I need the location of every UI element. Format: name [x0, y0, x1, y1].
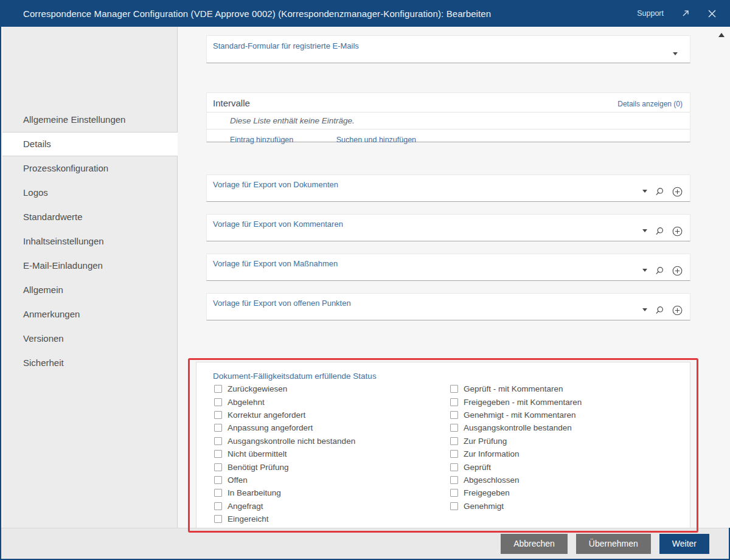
status-checkbox-row[interactable]: Freigegeben — [450, 486, 582, 499]
search-and-add-link[interactable]: Suchen und hinzufügen — [336, 136, 416, 144]
checkbox[interactable] — [214, 424, 222, 432]
status-checkbox-row[interactable]: Geprüft - mit Kommentaren — [450, 382, 582, 395]
status-checkbox-row[interactable]: Anpassung angefordert — [214, 421, 355, 434]
status-checkbox-row[interactable]: Freigegeben - mit Kommentaren — [450, 395, 582, 408]
add-circle-icon[interactable] — [672, 187, 683, 197]
dialog-title: Correspondence Manager Configuration (VD… — [23, 9, 491, 19]
checkbox[interactable] — [214, 450, 222, 458]
intervalle-header: Intervalle Details anzeigen (0) — [207, 93, 690, 112]
intervalle-title: Intervalle — [213, 98, 250, 108]
checkbox[interactable] — [450, 450, 458, 458]
checkbox-label: Freigegeben — [464, 488, 510, 497]
checkbox-label: Anpassung angefordert — [228, 423, 313, 432]
sidebar-item[interactable]: Logos — [2, 181, 177, 205]
checkbox[interactable] — [450, 476, 458, 484]
sidebar-item[interactable]: Allgemein — [2, 278, 177, 302]
export-template-field[interactable]: Vorlage für Export von offenen Punkten — [206, 293, 690, 320]
sidebar-item[interactable]: E-Mail-Einladungen — [2, 254, 177, 278]
checkbox[interactable] — [214, 515, 222, 523]
status-checkbox-row[interactable]: Angefragt — [214, 500, 355, 513]
status-checkbox-row[interactable]: Nicht übermittelt — [214, 448, 355, 460]
search-icon[interactable] — [655, 187, 664, 196]
dropdown-caret-icon[interactable] — [673, 52, 678, 55]
sidebar-item[interactable]: Inhaltseinstellungen — [2, 229, 177, 254]
checkbox-label: Genehmigt — [464, 502, 504, 511]
checkbox[interactable] — [450, 411, 458, 419]
sidebar-item[interactable]: Allgemeine Einstellungen — [2, 108, 177, 132]
standard-form-dropdown[interactable]: Standard-Formular für registrierte E-Mai… — [206, 35, 690, 63]
checkbox[interactable] — [214, 489, 222, 497]
checkbox[interactable] — [214, 411, 222, 419]
add-entry-link[interactable]: Eintrag hinzufügen — [230, 136, 293, 144]
export-template-field[interactable]: Vorlage für Export von Kommentaren — [206, 214, 690, 241]
status-checkbox-row[interactable]: Genehmigt - mit Kommentaren — [450, 409, 582, 421]
sidebar-item[interactable]: Anmerkungen — [2, 302, 177, 327]
add-circle-icon[interactable] — [672, 305, 683, 316]
export-template-field[interactable]: Vorlage für Export von Maßnahmen — [206, 254, 690, 281]
field-action-icons — [642, 305, 683, 316]
status-checkbox-row[interactable]: Offen — [214, 474, 355, 486]
checkbox[interactable] — [214, 385, 222, 393]
status-checkbox-row[interactable]: Ausgangskontrolle nicht bestanden — [214, 435, 355, 448]
cancel-button[interactable]: Abbrechen — [501, 534, 568, 554]
dropdown-caret-icon[interactable] — [642, 308, 647, 311]
sidebar-item[interactable]: Sicherheit — [2, 351, 177, 375]
checkbox-label: Zurückgewiesen — [228, 384, 287, 393]
status-checkbox-row[interactable]: Zur Information — [450, 448, 582, 460]
status-checkbox-row[interactable]: Zurückgewiesen — [214, 382, 355, 395]
expand-icon[interactable] — [681, 9, 690, 18]
status-checkbox-row[interactable]: Benötigt Prüfung — [214, 460, 355, 473]
sidebar-item[interactable]: Standardwerte — [2, 205, 177, 229]
checkbox[interactable] — [214, 463, 222, 471]
status-checkbox-row[interactable]: Genehmigt — [450, 500, 582, 513]
checkbox[interactable] — [214, 398, 222, 406]
support-link[interactable]: Support — [637, 9, 664, 18]
checkbox[interactable] — [214, 476, 222, 484]
add-circle-icon[interactable] — [672, 226, 683, 237]
dropdown-caret-icon[interactable] — [642, 190, 647, 193]
status-checkbox-row[interactable]: Eingereicht — [214, 513, 355, 525]
status-checkbox-row[interactable]: Geprüft — [450, 460, 582, 473]
search-icon[interactable] — [655, 227, 664, 236]
search-icon[interactable] — [655, 306, 664, 315]
field-action-icons — [642, 226, 683, 237]
checkbox-label: Korrektur angefordert — [228, 410, 305, 420]
checkbox-label: Geprüft - mit Kommentaren — [464, 384, 563, 393]
sidebar-item[interactable]: Details — [2, 132, 178, 156]
status-checkbox-row[interactable]: Zur Prüfung — [450, 435, 582, 448]
status-checkbox-row[interactable]: Korrektur angefordert — [214, 409, 355, 421]
checkbox[interactable] — [214, 502, 222, 510]
export-field-label: Vorlage für Export von Dokumenten — [207, 175, 690, 189]
search-icon[interactable] — [655, 266, 664, 275]
export-field-label: Vorlage für Export von Maßnahmen — [207, 254, 690, 268]
dropdown-caret-icon[interactable] — [642, 229, 647, 232]
next-button[interactable]: Weiter — [659, 534, 709, 554]
add-circle-icon[interactable] — [672, 266, 683, 276]
export-field-label: Vorlage für Export von Kommentaren — [207, 215, 690, 229]
checkbox[interactable] — [450, 424, 458, 432]
checkbox-label: Ausgangskontrolle nicht bestanden — [228, 437, 355, 446]
show-details-link[interactable]: Details anzeigen (0) — [617, 100, 683, 108]
dropdown-caret-icon[interactable] — [642, 269, 647, 272]
checkbox[interactable] — [450, 437, 458, 445]
apply-button[interactable]: Übernehmen — [576, 534, 651, 554]
checkbox[interactable] — [450, 398, 458, 406]
checkbox-label: Geprüft — [464, 463, 491, 472]
status-checkbox-row[interactable]: Ausgangskontrolle bestanden — [450, 421, 582, 434]
export-template-field[interactable]: Vorlage für Export von Dokumenten — [206, 175, 690, 202]
close-icon[interactable] — [707, 9, 717, 18]
checkbox-label: Zur Information — [464, 449, 520, 458]
checkbox[interactable] — [450, 502, 458, 510]
checkbox[interactable] — [450, 463, 458, 471]
field-action-icons — [642, 187, 683, 197]
checkbox[interactable] — [214, 437, 222, 445]
sidebar-item[interactable]: Versionen — [2, 327, 177, 351]
checkbox[interactable] — [450, 489, 458, 497]
status-checkbox-row[interactable]: Abgelehnt — [214, 395, 355, 408]
checkbox[interactable] — [450, 385, 458, 393]
status-checkbox-row[interactable]: Abgeschlossen — [450, 474, 582, 486]
empty-list-message: Diese Liste enthält keine Einträge. — [207, 112, 690, 130]
status-checkbox-row[interactable]: In Bearbeitung — [214, 486, 355, 499]
scroll-up-arrow-icon[interactable] — [718, 33, 725, 37]
sidebar-item[interactable]: Prozesskonfiguration — [2, 156, 177, 181]
